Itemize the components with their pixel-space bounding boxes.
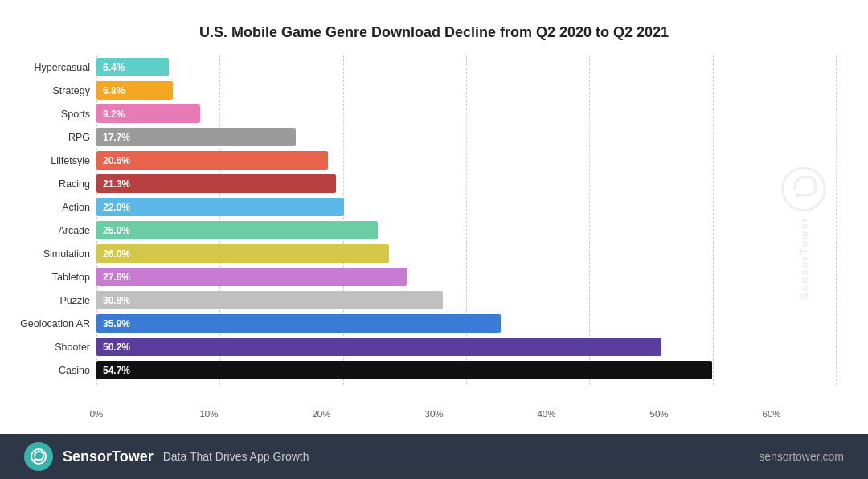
svg-point-1 [796, 193, 800, 198]
watermark-text: SensorTower [798, 216, 810, 299]
x-tick: 10% [199, 409, 218, 419]
bar-row: Strategy6.8% [96, 79, 772, 102]
footer: SensorTower Data That Drives App Growth … [0, 434, 868, 479]
x-tick: 40% [537, 409, 555, 419]
bar-label: RPG [2, 132, 90, 143]
bar: 50.2% [96, 338, 661, 356]
bar-row: Racing21.3% [96, 172, 772, 195]
bar-row: Hypercasual6.4% [96, 55, 772, 79]
bar-label: Arcade [2, 225, 90, 236]
bar-row: Tabletop27.6% [96, 265, 772, 289]
bar-value: 30.8% [103, 295, 130, 306]
bar-value: 21.3% [103, 178, 130, 190]
bar-label: Sports [2, 108, 90, 120]
bar-value: 25.0% [103, 225, 130, 236]
bar-row: Simulation26.0% [96, 242, 772, 265]
chart-title: U.S. Mobile Game Genre Download Decline … [32, 24, 836, 41]
bar: 26.0% [96, 244, 389, 263]
bar-value: 22.0% [103, 202, 130, 213]
footer-tagline: Data That Drives App Growth [163, 450, 309, 463]
chart-area: Hypercasual6.4%Strategy6.8%Sports9.2%RPG… [96, 55, 836, 409]
watermark: SensorTower [780, 165, 828, 299]
chart-wrapper: U.S. Mobile Game Genre Download Decline … [0, 0, 868, 434]
bar: 30.8% [96, 291, 443, 309]
bar-row: RPG17.7% [96, 125, 772, 149]
bar-value: 6.4% [103, 62, 125, 73]
bars-container: Hypercasual6.4%Strategy6.8%Sports9.2%RPG… [96, 55, 772, 385]
x-tick: 50% [649, 409, 668, 419]
bar-value: 20.6% [103, 155, 130, 166]
bar: 20.6% [96, 151, 328, 170]
bar-row: Puzzle30.8% [96, 289, 772, 312]
bar: 22.0% [96, 198, 344, 216]
bar-value: 17.7% [103, 132, 130, 143]
bar-label: Puzzle [2, 295, 90, 306]
bar-value: 9.2% [103, 108, 125, 120]
bar-label: Strategy [2, 85, 90, 96]
bar: 17.7% [96, 128, 296, 146]
bar: 9.2% [96, 104, 200, 123]
bar-label: Action [2, 202, 90, 213]
bar: 25.0% [96, 221, 378, 240]
bar-label: Tabletop [2, 272, 90, 283]
x-tick: 60% [762, 409, 780, 419]
bar-row: Shooter50.2% [96, 335, 772, 358]
bar-row: Geolocation AR35.9% [96, 312, 772, 335]
bar-row: Llifetsyle20.6% [96, 149, 772, 172]
footer-left: SensorTower Data That Drives App Growth [24, 442, 309, 471]
x-tick: 0% [90, 409, 104, 419]
bar-label: Racing [2, 178, 90, 190]
x-tick: 20% [312, 409, 330, 419]
bar-value: 26.0% [103, 248, 130, 260]
footer-brand: SensorTower [63, 448, 154, 465]
bar-value: 6.8% [103, 85, 125, 96]
bar-label: Casino [2, 365, 90, 376]
svg-point-0 [783, 168, 825, 211]
bar-value: 50.2% [103, 342, 130, 353]
bar: 21.3% [96, 174, 336, 193]
x-tick: 30% [424, 409, 443, 419]
bar: 27.6% [96, 268, 407, 286]
bar: 54.7% [96, 361, 712, 379]
bar-label: Llifetsyle [2, 155, 90, 166]
bar-row: Sports9.2% [96, 102, 772, 125]
bar-label: Simulation [2, 248, 90, 260]
bar-label: Geolocation AR [2, 318, 90, 330]
bar-row: Casino54.7% [96, 358, 772, 382]
grid-line [836, 55, 837, 385]
footer-logo [24, 442, 53, 471]
footer-url: sensortower.com [759, 450, 844, 463]
svg-point-3 [34, 458, 37, 461]
bar-value: 27.6% [103, 272, 130, 283]
bar: 6.4% [96, 58, 169, 76]
bar-row: Arcade25.0% [96, 219, 772, 242]
bar: 6.8% [96, 81, 173, 100]
bar-row: Action22.0% [96, 195, 772, 219]
bar-value: 54.7% [103, 365, 130, 376]
bar: 35.9% [96, 314, 501, 333]
bar-label: Shooter [2, 342, 90, 353]
bar-label: Hypercasual [2, 62, 90, 73]
bar-value: 35.9% [103, 318, 130, 330]
